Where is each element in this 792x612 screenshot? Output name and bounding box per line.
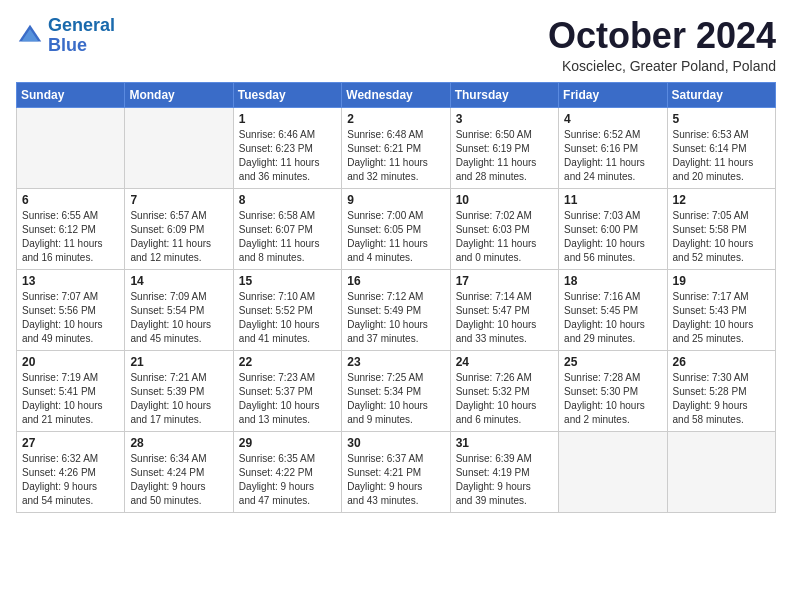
day-info: Sunrise: 7:19 AMSunset: 5:41 PMDaylight:… xyxy=(22,371,119,427)
calendar-week-4: 20Sunrise: 7:19 AMSunset: 5:41 PMDayligh… xyxy=(17,350,776,431)
day-number: 22 xyxy=(239,355,336,369)
day-number: 21 xyxy=(130,355,227,369)
day-number: 12 xyxy=(673,193,770,207)
day-info: Sunrise: 6:58 AMSunset: 6:07 PMDaylight:… xyxy=(239,209,336,265)
month-title: October 2024 xyxy=(548,16,776,56)
day-info: Sunrise: 6:55 AMSunset: 6:12 PMDaylight:… xyxy=(22,209,119,265)
day-info: Sunrise: 7:17 AMSunset: 5:43 PMDaylight:… xyxy=(673,290,770,346)
logo-text: General Blue xyxy=(48,16,115,56)
calendar-cell xyxy=(17,107,125,188)
day-info: Sunrise: 6:32 AMSunset: 4:26 PMDaylight:… xyxy=(22,452,119,508)
day-info: Sunrise: 7:25 AMSunset: 5:34 PMDaylight:… xyxy=(347,371,444,427)
day-info: Sunrise: 6:46 AMSunset: 6:23 PMDaylight:… xyxy=(239,128,336,184)
logo-line2: Blue xyxy=(48,35,87,55)
day-info: Sunrise: 7:21 AMSunset: 5:39 PMDaylight:… xyxy=(130,371,227,427)
day-info: Sunrise: 6:50 AMSunset: 6:19 PMDaylight:… xyxy=(456,128,553,184)
day-number: 18 xyxy=(564,274,661,288)
day-info: Sunrise: 6:57 AMSunset: 6:09 PMDaylight:… xyxy=(130,209,227,265)
day-number: 4 xyxy=(564,112,661,126)
day-number: 20 xyxy=(22,355,119,369)
day-number: 30 xyxy=(347,436,444,450)
day-info: Sunrise: 7:02 AMSunset: 6:03 PMDaylight:… xyxy=(456,209,553,265)
calendar-cell: 6Sunrise: 6:55 AMSunset: 6:12 PMDaylight… xyxy=(17,188,125,269)
day-number: 5 xyxy=(673,112,770,126)
day-number: 25 xyxy=(564,355,661,369)
calendar-cell: 22Sunrise: 7:23 AMSunset: 5:37 PMDayligh… xyxy=(233,350,341,431)
day-number: 31 xyxy=(456,436,553,450)
calendar-cell: 31Sunrise: 6:39 AMSunset: 4:19 PMDayligh… xyxy=(450,431,558,512)
day-number: 27 xyxy=(22,436,119,450)
day-info: Sunrise: 7:30 AMSunset: 5:28 PMDaylight:… xyxy=(673,371,770,427)
day-number: 10 xyxy=(456,193,553,207)
calendar-cell: 1Sunrise: 6:46 AMSunset: 6:23 PMDaylight… xyxy=(233,107,341,188)
calendar-cell: 14Sunrise: 7:09 AMSunset: 5:54 PMDayligh… xyxy=(125,269,233,350)
day-number: 7 xyxy=(130,193,227,207)
calendar-cell: 19Sunrise: 7:17 AMSunset: 5:43 PMDayligh… xyxy=(667,269,775,350)
calendar-cell: 20Sunrise: 7:19 AMSunset: 5:41 PMDayligh… xyxy=(17,350,125,431)
day-number: 28 xyxy=(130,436,227,450)
calendar-cell: 4Sunrise: 6:52 AMSunset: 6:16 PMDaylight… xyxy=(559,107,667,188)
calendar-cell: 5Sunrise: 6:53 AMSunset: 6:14 PMDaylight… xyxy=(667,107,775,188)
calendar-cell: 15Sunrise: 7:10 AMSunset: 5:52 PMDayligh… xyxy=(233,269,341,350)
day-number: 6 xyxy=(22,193,119,207)
weekday-header-sunday: Sunday xyxy=(17,82,125,107)
day-number: 26 xyxy=(673,355,770,369)
calendar-week-1: 1Sunrise: 6:46 AMSunset: 6:23 PMDaylight… xyxy=(17,107,776,188)
calendar-cell: 26Sunrise: 7:30 AMSunset: 5:28 PMDayligh… xyxy=(667,350,775,431)
calendar-cell: 24Sunrise: 7:26 AMSunset: 5:32 PMDayligh… xyxy=(450,350,558,431)
day-info: Sunrise: 6:35 AMSunset: 4:22 PMDaylight:… xyxy=(239,452,336,508)
calendar-week-3: 13Sunrise: 7:07 AMSunset: 5:56 PMDayligh… xyxy=(17,269,776,350)
day-info: Sunrise: 7:10 AMSunset: 5:52 PMDaylight:… xyxy=(239,290,336,346)
day-number: 15 xyxy=(239,274,336,288)
calendar-cell xyxy=(667,431,775,512)
page-header: General Blue October 2024 Koscielec, Gre… xyxy=(16,16,776,74)
day-number: 9 xyxy=(347,193,444,207)
day-number: 3 xyxy=(456,112,553,126)
day-number: 13 xyxy=(22,274,119,288)
calendar-cell xyxy=(125,107,233,188)
calendar-cell: 16Sunrise: 7:12 AMSunset: 5:49 PMDayligh… xyxy=(342,269,450,350)
day-number: 16 xyxy=(347,274,444,288)
day-number: 17 xyxy=(456,274,553,288)
weekday-header-monday: Monday xyxy=(125,82,233,107)
calendar-cell: 10Sunrise: 7:02 AMSunset: 6:03 PMDayligh… xyxy=(450,188,558,269)
weekday-header-thursday: Thursday xyxy=(450,82,558,107)
day-number: 2 xyxy=(347,112,444,126)
day-number: 24 xyxy=(456,355,553,369)
calendar-cell: 7Sunrise: 6:57 AMSunset: 6:09 PMDaylight… xyxy=(125,188,233,269)
day-info: Sunrise: 6:52 AMSunset: 6:16 PMDaylight:… xyxy=(564,128,661,184)
weekday-header-saturday: Saturday xyxy=(667,82,775,107)
weekday-header-row: SundayMondayTuesdayWednesdayThursdayFrid… xyxy=(17,82,776,107)
calendar-cell: 2Sunrise: 6:48 AMSunset: 6:21 PMDaylight… xyxy=(342,107,450,188)
day-number: 11 xyxy=(564,193,661,207)
day-info: Sunrise: 7:26 AMSunset: 5:32 PMDaylight:… xyxy=(456,371,553,427)
day-info: Sunrise: 7:07 AMSunset: 5:56 PMDaylight:… xyxy=(22,290,119,346)
calendar-cell xyxy=(559,431,667,512)
calendar-cell: 12Sunrise: 7:05 AMSunset: 5:58 PMDayligh… xyxy=(667,188,775,269)
calendar-cell: 9Sunrise: 7:00 AMSunset: 6:05 PMDaylight… xyxy=(342,188,450,269)
day-info: Sunrise: 7:00 AMSunset: 6:05 PMDaylight:… xyxy=(347,209,444,265)
calendar-week-5: 27Sunrise: 6:32 AMSunset: 4:26 PMDayligh… xyxy=(17,431,776,512)
logo: General Blue xyxy=(16,16,115,56)
day-info: Sunrise: 6:48 AMSunset: 6:21 PMDaylight:… xyxy=(347,128,444,184)
calendar-cell: 8Sunrise: 6:58 AMSunset: 6:07 PMDaylight… xyxy=(233,188,341,269)
day-info: Sunrise: 7:05 AMSunset: 5:58 PMDaylight:… xyxy=(673,209,770,265)
title-area: October 2024 Koscielec, Greater Poland, … xyxy=(548,16,776,74)
calendar-cell: 29Sunrise: 6:35 AMSunset: 4:22 PMDayligh… xyxy=(233,431,341,512)
location: Koscielec, Greater Poland, Poland xyxy=(548,58,776,74)
calendar-cell: 13Sunrise: 7:07 AMSunset: 5:56 PMDayligh… xyxy=(17,269,125,350)
calendar-week-2: 6Sunrise: 6:55 AMSunset: 6:12 PMDaylight… xyxy=(17,188,776,269)
calendar-cell: 23Sunrise: 7:25 AMSunset: 5:34 PMDayligh… xyxy=(342,350,450,431)
day-number: 29 xyxy=(239,436,336,450)
calendar-cell: 28Sunrise: 6:34 AMSunset: 4:24 PMDayligh… xyxy=(125,431,233,512)
weekday-header-tuesday: Tuesday xyxy=(233,82,341,107)
day-info: Sunrise: 7:23 AMSunset: 5:37 PMDaylight:… xyxy=(239,371,336,427)
weekday-header-friday: Friday xyxy=(559,82,667,107)
calendar-table: SundayMondayTuesdayWednesdayThursdayFrid… xyxy=(16,82,776,513)
calendar-cell: 11Sunrise: 7:03 AMSunset: 6:00 PMDayligh… xyxy=(559,188,667,269)
day-number: 19 xyxy=(673,274,770,288)
calendar-cell: 18Sunrise: 7:16 AMSunset: 5:45 PMDayligh… xyxy=(559,269,667,350)
day-info: Sunrise: 7:12 AMSunset: 5:49 PMDaylight:… xyxy=(347,290,444,346)
day-info: Sunrise: 6:34 AMSunset: 4:24 PMDaylight:… xyxy=(130,452,227,508)
day-info: Sunrise: 6:53 AMSunset: 6:14 PMDaylight:… xyxy=(673,128,770,184)
